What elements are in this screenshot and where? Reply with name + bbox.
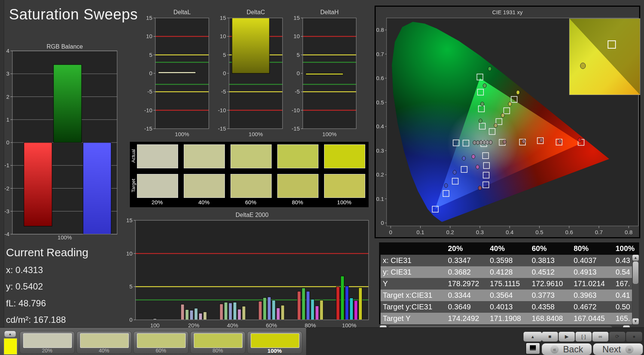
table-cell: 178.2972 — [446, 278, 488, 290]
table-header-cell: 60% — [529, 242, 571, 255]
swatch-row-label-target: Target — [131, 174, 136, 197]
table-cell: 0.3813 — [529, 255, 571, 266]
cie-measured-point — [476, 165, 479, 169]
tick-label: 0 — [149, 70, 152, 76]
deltae-bar — [242, 306, 245, 320]
step-frame-icon: [·] — [582, 334, 586, 339]
loop-button[interactable]: ∞ — [592, 332, 608, 342]
cie-measured-point — [472, 154, 475, 159]
tick-label: 0.1 — [416, 229, 424, 235]
table-vscroll-thumb[interactable] — [633, 261, 638, 284]
swatch-category-label: 20% — [137, 199, 177, 205]
table-cell: 0.3682 — [446, 266, 488, 278]
table-vscroll-down-button[interactable]: ▼ — [632, 318, 639, 324]
back-chevron-icon: « — [550, 345, 559, 354]
tick-label: -4 — [4, 231, 9, 237]
deltae-bar — [268, 297, 271, 320]
tick-label: -2 — [4, 185, 9, 192]
tick-label: 0.2 — [376, 171, 384, 178]
deltae-bar — [190, 310, 193, 320]
table-cell: 0.3564 — [488, 290, 529, 301]
rgb-bar-blue — [83, 143, 111, 234]
cie-inset-svg — [570, 19, 640, 95]
table-row: Target Y174.2492171.1908168.8408167.0445… — [379, 313, 632, 324]
swatch-20%-target — [137, 174, 178, 198]
tick-label: -10 — [144, 107, 152, 113]
table-header-cell: 40% — [488, 242, 529, 255]
tick-label: 0 — [297, 70, 300, 76]
deltae2000-chart: 05101510020%40%60%80%100% — [123, 216, 372, 331]
cie-panel: CIE 1931 xy 00.10.20.30.40.50.60.70.80.8… — [375, 6, 640, 238]
step-frame-button[interactable]: [·] — [576, 332, 592, 342]
table-cell: 0.4913 — [571, 266, 613, 278]
tick-label: 0.7 — [595, 229, 603, 235]
table-row: x: CIE310.33470.35980.38130.40370.43 — [379, 255, 632, 266]
table-cell: 0.4672 — [571, 301, 613, 313]
tick-label: 0.1 — [376, 196, 384, 202]
swatch-60%-target — [231, 174, 272, 198]
delta-bar — [306, 73, 343, 75]
table-vscroll-up-button[interactable]: ▲ — [632, 255, 639, 261]
cie-measured-point — [462, 156, 466, 160]
delta-plot: 151050-5-10-15100% — [218, 15, 284, 139]
play-button[interactable]: ▶ — [559, 332, 575, 342]
deltae-bar — [315, 306, 319, 320]
deltae-bar — [281, 305, 284, 320]
tick-label: 0.6 — [565, 229, 573, 235]
cie-measured-point — [540, 138, 543, 142]
deltae-bar — [199, 313, 202, 320]
swatch-20%-actual — [137, 144, 178, 168]
tick-label: 10 — [126, 250, 132, 257]
tick-label: 5 — [129, 283, 132, 290]
deltae-bar — [259, 301, 262, 320]
tick-label: 15 — [293, 15, 300, 21]
tick-label: 0.5 — [376, 99, 384, 105]
tick-label: 0.4 — [376, 123, 384, 129]
tick-label: -15 — [218, 125, 226, 132]
tick-label: 0 — [129, 316, 132, 323]
next-button-label: Next — [602, 344, 621, 355]
deltae-bar — [311, 299, 314, 320]
swatch-40%-actual — [184, 144, 225, 168]
swatch-category-label: 40% — [184, 199, 224, 205]
deltae-bar — [297, 291, 301, 320]
next-button[interactable]: Next » — [593, 343, 643, 355]
current-reading-cdm2: cd/m²: 167.188 — [6, 315, 66, 325]
current-reading-x: x: 0.4313 — [6, 265, 43, 275]
deltae-bar — [350, 298, 353, 320]
tick-label: -5 — [295, 88, 300, 95]
swatch-category-label: 100% — [324, 199, 364, 205]
stop-button[interactable]: ■ — [542, 332, 558, 342]
deltae-bar — [220, 304, 223, 320]
table-cell: 0.4013 — [488, 301, 529, 313]
cie-measured-point — [508, 102, 512, 106]
table-cell: 0.3773 — [529, 290, 571, 301]
tick-label: 100% — [322, 131, 336, 137]
table-row-label: y: CIE31 — [381, 266, 446, 278]
table-cell: 171.0214 — [571, 278, 613, 290]
table-cell: 0.3347 — [446, 255, 488, 266]
cie-measured-point — [558, 139, 562, 143]
tick-label: 0 — [6, 139, 9, 146]
bottom-toolbar: ▲ 20%40%60%80%100% ▲ ■▶[·]∞⟳● « Back Nex… — [0, 327, 644, 355]
tick-label: -10 — [218, 107, 226, 113]
tick-label: 0 — [381, 220, 384, 226]
loop-icon: ∞ — [599, 334, 602, 339]
swatch-row-label-actual: Actual — [131, 144, 136, 168]
deltae-bar — [153, 318, 156, 320]
tick-label: -5 — [221, 88, 226, 95]
deltac-chart: 151050-5-10-15100% — [218, 15, 284, 141]
tick-label: 0.6 — [376, 75, 384, 81]
deltal-chart: 151050-5-10-15100% — [144, 15, 210, 141]
cie-measured-point — [473, 141, 476, 145]
cie-measured-point — [480, 102, 484, 106]
table-row: Target y:CIE310.36490.40130.43580.46720.… — [379, 301, 632, 313]
delta-bar — [158, 72, 196, 73]
record-icon: ● — [633, 334, 636, 339]
deltae-bar — [233, 302, 236, 320]
measurement-table: 20%40%60%80%100%x: CIE310.33470.35980.38… — [379, 242, 639, 333]
delta-plot: 151050-5-10-15100% — [292, 15, 357, 139]
swatch-100%-actual — [324, 144, 365, 168]
deltah-chart: 151050-5-10-15100% — [292, 15, 357, 141]
back-button[interactable]: « Back — [542, 343, 592, 355]
